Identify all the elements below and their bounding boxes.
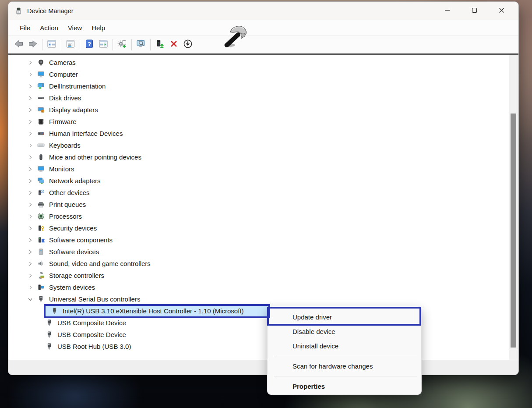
context-menu-item-update-driver[interactable]: Update driver <box>268 310 421 324</box>
tree-row[interactable]: Cameras <box>9 57 509 68</box>
tree-row[interactable]: Software devices <box>9 246 509 258</box>
tree-item[interactable]: Display adapters <box>37 104 98 116</box>
tree-row[interactable]: Software components <box>9 234 509 246</box>
menubar-item-help[interactable]: Help <box>87 22 110 33</box>
context-menu-item-uninstall-device[interactable]: Uninstall device <box>268 339 421 353</box>
tree-item[interactable]: Computer <box>37 68 78 80</box>
chevron-right-icon[interactable] <box>27 248 34 255</box>
tree-row[interactable]: USB Composite Device <box>9 317 509 329</box>
context-menu-item-disable-device[interactable]: Disable device <box>268 324 421 339</box>
chevron-right-icon[interactable] <box>27 59 34 66</box>
tree-row[interactable]: DellInstrumentation <box>9 80 509 92</box>
tree-row[interactable]: Disk drives <box>9 92 509 104</box>
chevron-right-icon[interactable] <box>27 118 34 125</box>
back-button[interactable] <box>12 38 26 51</box>
scrollbar-thumb[interactable] <box>511 114 516 348</box>
chevron-right-icon[interactable] <box>27 142 34 149</box>
tree-row[interactable]: Network adapters <box>9 175 509 187</box>
tree-item[interactable]: Keyboards <box>37 139 81 151</box>
menubar-item-view[interactable]: View <box>63 22 87 33</box>
help-button[interactable]: ? <box>82 38 96 51</box>
tree-row[interactable]: ?Other devices <box>9 187 509 199</box>
tree-row[interactable]: Firmware <box>9 116 509 128</box>
tree-item[interactable]: Human Interface Devices <box>37 128 123 139</box>
minimize-button[interactable] <box>433 2 461 20</box>
tree-item[interactable]: Cameras <box>37 57 76 68</box>
chevron-right-icon[interactable] <box>27 260 34 267</box>
vertical-scrollbar[interactable] <box>509 55 518 360</box>
tree-row[interactable]: Print queues <box>9 199 509 210</box>
menubar-item-file[interactable]: File <box>15 22 35 33</box>
tree-item[interactable]: USB Composite Device <box>46 317 126 329</box>
tree-item[interactable]: Mice and other pointing devices <box>37 151 141 163</box>
tree-item[interactable]: System devices <box>37 281 95 293</box>
tree-item[interactable]: Network adapters <box>37 175 101 187</box>
help-icon: ? <box>84 39 95 51</box>
chevron-right-icon[interactable] <box>27 83 34 90</box>
tree-item[interactable]: Security devices <box>37 222 97 234</box>
tree-row[interactable]: Storage controllers <box>9 270 509 281</box>
chevron-right-icon[interactable] <box>27 201 34 208</box>
tree-item[interactable]: Software devices <box>37 246 99 258</box>
tree-row[interactable]: USB Composite Device <box>9 329 509 341</box>
tree-row[interactable]: Keyboards <box>9 139 509 151</box>
tree-row[interactable]: Universal Serial Bus controllers <box>9 293 509 305</box>
properties-button[interactable] <box>63 38 78 51</box>
chevron-right-icon[interactable] <box>27 106 34 114</box>
action-pane-button[interactable] <box>96 38 110 51</box>
tree-item-selected[interactable]: Intel(R) USB 3.10 eXtensible Host Contro… <box>46 305 269 317</box>
tree-row[interactable]: Human Interface Devices <box>9 128 509 139</box>
forward-button[interactable] <box>26 38 40 51</box>
chevron-right-icon[interactable] <box>27 213 34 220</box>
show-console-tree-button[interactable] <box>45 38 59 51</box>
menubar-item-action[interactable]: Action <box>35 22 63 33</box>
tree-row[interactable]: Mice and other pointing devices <box>9 151 509 163</box>
tree-item[interactable]: ?Other devices <box>37 187 90 199</box>
uninstall-device-button[interactable] <box>167 38 181 51</box>
tree-row[interactable]: Monitors <box>9 163 509 175</box>
tree-item[interactable]: Print queues <box>37 199 86 210</box>
tree-row[interactable]: Sound, video and game controllers <box>9 258 509 270</box>
tree-item[interactable]: USB Composite Device <box>46 329 126 341</box>
close-button[interactable] <box>488 2 515 20</box>
update-driver-button[interactable] <box>153 38 167 51</box>
tree-item[interactable]: DellInstrumentation <box>37 80 106 92</box>
tree-row[interactable]: System devices <box>9 281 509 293</box>
maximize-button[interactable] <box>461 2 488 20</box>
tree-item[interactable]: USB Root Hub (USB 3.0) <box>46 341 131 352</box>
chevron-right-icon[interactable] <box>27 95 34 102</box>
tree-row[interactable]: Computer <box>9 68 509 80</box>
disable-device-button[interactable] <box>181 38 195 51</box>
chevron-right-icon[interactable] <box>27 154 34 161</box>
chevron-down-icon[interactable] <box>27 296 34 303</box>
tree-item[interactable]: Monitors <box>37 163 74 175</box>
chevron-right-icon[interactable] <box>27 166 34 173</box>
chevron-right-icon[interactable] <box>27 177 34 184</box>
tree-item[interactable]: Disk drives <box>37 92 81 104</box>
tree-item[interactable]: Processors <box>37 210 82 222</box>
chevron-right-icon[interactable] <box>27 284 34 291</box>
chevron-right-icon[interactable] <box>27 237 34 244</box>
tree-item[interactable]: Storage controllers <box>37 270 104 281</box>
tree-item[interactable]: Universal Serial Bus controllers <box>37 293 140 305</box>
chevron-right-icon[interactable] <box>27 189 34 196</box>
tree-item-label: USB Composite Device <box>57 331 126 338</box>
tree-row[interactable]: Processors <box>9 210 509 222</box>
titlebar[interactable]: Device Manager <box>8 2 518 20</box>
chevron-right-icon[interactable] <box>27 272 34 279</box>
scan-hardware-changes-button[interactable] <box>134 38 148 51</box>
tree-row[interactable]: Display adapters <box>9 104 509 116</box>
tree-row[interactable]: Security devices <box>9 222 509 234</box>
tree-row[interactable]: Intel(R) USB 3.10 eXtensible Host Contro… <box>9 305 509 317</box>
chevron-right-icon[interactable] <box>27 71 34 78</box>
tree-row[interactable]: USB Root Hub (USB 3.0) <box>9 341 509 352</box>
svg-text:?: ? <box>42 190 43 193</box>
context-menu-item-properties[interactable]: Properties <box>268 379 421 394</box>
chevron-right-icon[interactable] <box>27 225 34 232</box>
tree-item[interactable]: Sound, video and game controllers <box>37 258 151 270</box>
update-driver-software-button[interactable] <box>115 38 129 51</box>
chevron-right-icon[interactable] <box>27 130 34 137</box>
context-menu-item-scan-for-hardware-changes[interactable]: Scan for hardware changes <box>268 359 421 373</box>
tree-item[interactable]: Firmware <box>37 116 77 128</box>
tree-item[interactable]: Software components <box>37 234 113 246</box>
